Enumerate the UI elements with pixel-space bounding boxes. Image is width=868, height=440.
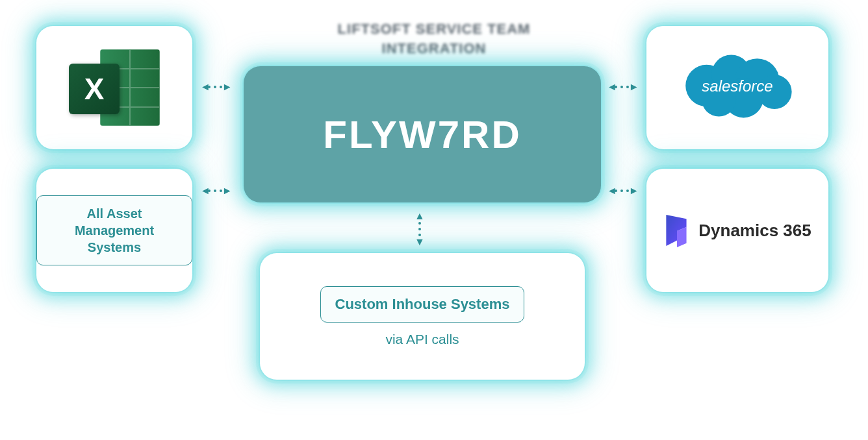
custom-chip: Custom Inhouse Systems	[320, 286, 525, 323]
ams-card: All Asset Management Systems	[36, 169, 192, 292]
excel-icon: X	[69, 45, 160, 130]
arrow-excel-icon	[200, 81, 230, 93]
arrow-dynamics-icon	[607, 185, 637, 197]
custom-caption: via API calls	[385, 332, 459, 347]
salesforce-icon: salesforce	[676, 49, 799, 127]
flyward-center-card: FLYW7RD	[244, 66, 601, 202]
arrow-custom-icon	[415, 210, 425, 248]
diagram-title: LIFTSOFT SERVICE TEAM INTEGRATION	[338, 19, 531, 58]
dynamics-icon	[663, 214, 691, 247]
dynamics-text: Dynamics 365	[698, 221, 811, 241]
dynamics-card: Dynamics 365	[646, 169, 828, 292]
excel-badge: X	[69, 64, 120, 114]
flyward-logo: FLYW7RD	[323, 112, 521, 157]
excel-card: X	[36, 26, 192, 149]
arrow-ams-icon	[200, 185, 230, 197]
salesforce-card: salesforce	[646, 26, 828, 149]
arrow-salesforce-icon	[607, 81, 637, 93]
custom-systems-card: Custom Inhouse Systems via API calls	[260, 253, 585, 380]
ams-chip: All Asset Management Systems	[36, 195, 192, 265]
salesforce-text: salesforce	[676, 77, 799, 95]
